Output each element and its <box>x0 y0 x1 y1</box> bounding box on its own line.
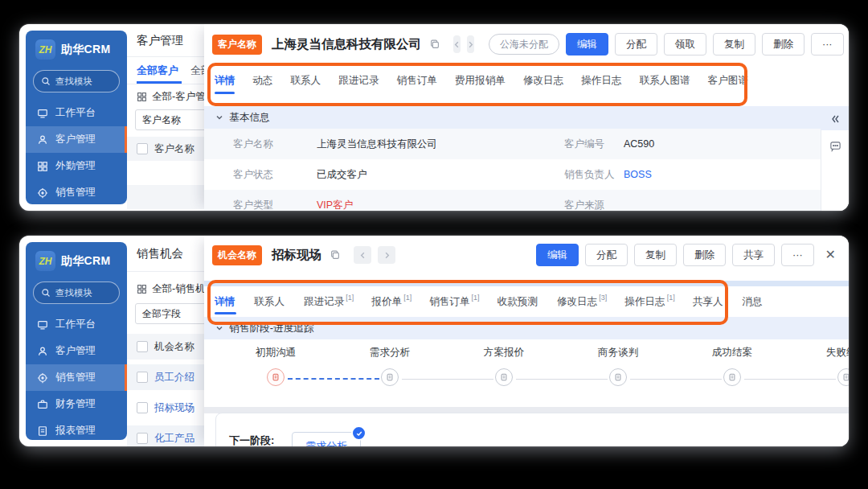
sidebar-item-workbench[interactable]: 工作平台 <box>26 311 127 338</box>
tab-operation-log[interactable]: 操作日志[1] <box>616 286 683 317</box>
collapse-panel-button[interactable] <box>821 108 849 130</box>
tab-quotes[interactable]: 报价单[1] <box>362 286 420 317</box>
copy-button[interactable]: 复制 <box>713 33 755 55</box>
detail-header: 机会名称 招标现场 编辑 分配 复制 删除 共享 ··· ✕ <box>204 236 849 274</box>
tab-messages[interactable]: 消息 <box>733 286 772 317</box>
field-row: 客户类型VIP客户 客户来源 <box>204 190 828 211</box>
sidebar-item-finance[interactable]: 财务管理 <box>26 391 127 417</box>
tab-sales-orders[interactable]: 销售订单 <box>388 64 446 97</box>
copy-icon[interactable] <box>330 249 341 261</box>
empty-row <box>127 185 204 209</box>
sidebar-item-sales[interactable]: 销售管理 <box>26 364 127 391</box>
prev-record-button[interactable] <box>354 246 371 264</box>
delete-button[interactable]: 删除 <box>683 244 726 266</box>
view-selector[interactable]: 全部-客户管 <box>127 84 204 109</box>
tab-payment-forecast[interactable]: 收款预测 <box>489 286 548 317</box>
select-all-checkbox[interactable] <box>137 143 148 154</box>
assign-button[interactable]: 分配 <box>615 33 657 55</box>
select-all-checkbox[interactable] <box>137 341 148 352</box>
next-record-button[interactable] <box>467 35 474 53</box>
opportunity-link[interactable]: 招标现场 <box>154 401 194 415</box>
list-item[interactable]: 员工介绍 <box>127 364 204 390</box>
stage-initial-communication[interactable]: 初期沟通 <box>227 346 324 386</box>
list-item[interactable]: 化工产品 <box>127 425 204 446</box>
tab-details[interactable]: 详情 <box>206 286 245 317</box>
tab-contacts[interactable]: 联系人 <box>281 64 330 97</box>
sales-stage-section-header[interactable]: 销售阶段-进度追踪 <box>204 317 849 339</box>
sidebar-item-customers[interactable]: 客户管理 <box>26 338 127 364</box>
delete-button[interactable]: 删除 <box>762 33 805 55</box>
copy-button[interactable]: 复制 <box>634 244 677 266</box>
field-value: VIP客户 <box>317 199 353 212</box>
next-record-button[interactable] <box>378 246 395 264</box>
stage-proposal-quote[interactable]: 方案报价 <box>456 346 552 386</box>
sidebar-item-sales[interactable]: 销售管理 <box>26 179 127 204</box>
edit-button[interactable]: 编辑 <box>566 33 608 55</box>
field-value: 已成交客户 <box>317 168 367 182</box>
opportunity-link[interactable]: 员工介绍 <box>154 371 194 384</box>
tab-all-more[interactable]: 全部 <box>190 64 204 78</box>
tab-customer-graph[interactable]: 客户图谱 <box>699 64 757 97</box>
module-search-input[interactable]: 查找模块 <box>33 70 120 92</box>
app-name: 助华CRM <box>61 254 110 269</box>
claim-button[interactable]: 领取 <box>664 33 706 55</box>
edit-button[interactable]: 编辑 <box>536 244 579 266</box>
stage-closed-won[interactable]: 成功结案 <box>684 346 780 386</box>
opportunity-list-column: 销售机会 全部-销售机 全部字段 机会名称 员工介绍 招标现场 <box>127 236 204 446</box>
empty-row <box>127 161 204 185</box>
opportunity-detail-panel: 机会名称 招标现场 编辑 分配 复制 删除 共享 ··· ✕ 详情 联系人 <box>204 236 849 446</box>
sidebar-item-field-work[interactable]: 外勤管理 <box>26 153 127 179</box>
tab-contact-graph[interactable]: 联系人图谱 <box>631 64 699 97</box>
app-logo: ZH 助华CRM <box>26 31 127 60</box>
comment-icon[interactable] <box>821 140 849 152</box>
stage-doc-icon <box>723 368 741 386</box>
search-placeholder: 查找模块 <box>55 287 92 299</box>
row-checkbox[interactable] <box>137 433 148 444</box>
field-row: 客户状态已成交客户 销售负责人BOSS <box>204 159 828 190</box>
more-actions-button[interactable]: ··· <box>781 244 814 266</box>
filter-field-select[interactable]: 全部字段 <box>135 303 204 324</box>
next-stage-select[interactable]: 需求分析 <box>292 432 361 446</box>
view-selector[interactable]: 全部-销售机 <box>127 275 204 302</box>
tab-change-log[interactable]: 修改日志 <box>514 64 572 97</box>
stage-closed-lost[interactable]: 失败结案 <box>798 346 849 386</box>
module-search-input[interactable]: 查找模块 <box>33 281 120 304</box>
filter-field-select[interactable]: 客户名称 <box>135 109 204 130</box>
prev-record-button[interactable] <box>453 35 461 53</box>
stage-negotiation[interactable]: 商务谈判 <box>570 346 666 386</box>
tab-expense-reports[interactable]: 费用报销单 <box>446 64 514 97</box>
opportunity-link[interactable]: 化工产品 <box>154 432 194 446</box>
sidebar-item-label: 外勤管理 <box>55 159 96 173</box>
stage-needs-analysis[interactable]: 需求分析 <box>342 346 438 386</box>
share-button[interactable]: 共享 <box>732 244 775 266</box>
field-label: 客户编号 <box>564 138 624 151</box>
sidebar-item-workbench[interactable]: 工作平台 <box>26 100 127 126</box>
tab-all-customers[interactable]: 全部客户 <box>137 57 178 84</box>
customer-detail-panel: 客户名称 上海灵当信息科技有限公司 公海未分配 编辑 分配 领取 复制 删除 ·… <box>204 24 849 211</box>
next-stage-label: 下一阶段: <box>229 434 274 446</box>
row-checkbox[interactable] <box>137 372 148 383</box>
tab-contacts[interactable]: 联系人 <box>245 286 295 317</box>
module-title: 销售机会 <box>127 236 204 272</box>
assign-button[interactable]: 分配 <box>585 244 628 266</box>
column-header-label: 机会名称 <box>154 340 194 354</box>
tab-details[interactable]: 详情 <box>206 64 244 97</box>
close-icon[interactable]: ✕ <box>825 249 836 261</box>
more-actions-button[interactable]: ··· <box>811 33 844 55</box>
tab-shared-users[interactable]: 共享人 <box>684 286 734 317</box>
list-item[interactable]: 招标现场 <box>127 395 204 421</box>
tab-operation-log[interactable]: 操作日志 <box>572 64 630 97</box>
public-pool-button[interactable]: 公海未分配 <box>489 34 559 55</box>
row-checkbox[interactable] <box>137 402 148 413</box>
copy-icon[interactable] <box>429 39 440 50</box>
sidebar-item-customers[interactable]: 客户管理 <box>26 126 127 153</box>
briefcase-icon <box>37 399 48 410</box>
tab-activity[interactable]: 动态 <box>244 64 281 97</box>
tab-change-log[interactable]: 修改日志[3] <box>548 286 616 317</box>
tab-sales-orders[interactable]: 销售订单[1] <box>420 286 488 317</box>
basic-info-section-header[interactable]: 基本信息 <box>204 106 849 129</box>
sidebar-item-reports[interactable]: 报表管理 <box>26 417 127 440</box>
tab-follow-ups[interactable]: 跟进记录[1] <box>295 286 362 317</box>
tab-follow-ups[interactable]: 跟进记录 <box>330 64 387 97</box>
owner-link[interactable]: BOSS <box>624 169 652 180</box>
